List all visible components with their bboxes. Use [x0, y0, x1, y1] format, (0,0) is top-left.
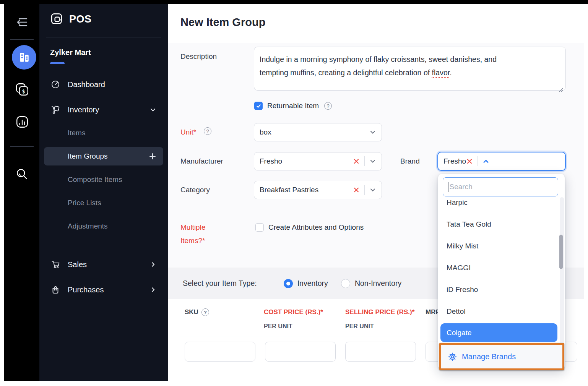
sidebar-item-sales[interactable]: Sales — [44, 255, 163, 274]
clear-icon[interactable] — [353, 187, 360, 193]
sidebar-item-adjustments[interactable]: Adjustments — [44, 217, 163, 235]
store-name-underline — [50, 62, 65, 64]
clear-icon[interactable] — [466, 158, 473, 165]
clear-icon[interactable] — [353, 158, 360, 165]
returnable-item-checkbox[interactable] — [254, 102, 263, 110]
multiple-items-label: Multiple — [180, 223, 205, 232]
brand-option-tata-tea-gold[interactable]: Tata Tea Gold — [438, 213, 560, 235]
selling-per-unit-label: PER UNIT — [345, 323, 374, 330]
icon-rail: $ — [4, 4, 39, 381]
help-icon[interactable]: ? — [201, 308, 209, 316]
sidebar-item-label: Inventory — [68, 105, 99, 114]
store-name: Zylker Mart — [50, 48, 91, 57]
divider — [478, 156, 478, 166]
sidebar-nav: POS Zylker Mart Dashboard Inventory — [39, 4, 168, 381]
collapse-sidebar-icon[interactable] — [15, 16, 28, 28]
sidebar-item-price-lists[interactable]: Price Lists — [44, 194, 163, 212]
inventory-radio[interactable] — [284, 279, 293, 288]
description-text: . — [450, 68, 452, 77]
sales-money-icon[interactable]: $ — [15, 82, 30, 97]
sidebar-item-composite-items[interactable]: Composite Items — [44, 170, 163, 189]
create-attributes-checkbox[interactable] — [255, 223, 264, 232]
page-title: New Item Group — [180, 16, 265, 29]
brand-dropdown-panel: Search Harpic Tata Tea Gold Milky Mist M… — [438, 174, 565, 369]
brand-option-dettol[interactable]: Dettol — [438, 300, 560, 322]
brand-option-harpic[interactable]: Harpic — [438, 197, 560, 213]
sidebar-item-label: Item Groups — [68, 152, 108, 161]
check-icon — [256, 104, 261, 109]
sku-header: SKU ? — [185, 308, 209, 316]
description-label: Description — [180, 52, 217, 61]
unit-select[interactable]: box — [254, 123, 382, 141]
spellcheck-word: flavor — [432, 68, 450, 77]
sidebar-item-label: Sales — [68, 260, 87, 269]
sidebar-item-label: Price Lists — [68, 199, 101, 207]
description-text: Indulge in a morning symphony of flaky c… — [260, 55, 497, 63]
sidebar-item-purchases[interactable]: Purchases — [44, 281, 163, 299]
unit-label: Unit* — [180, 128, 196, 136]
sku-header-label: SKU — [185, 308, 198, 316]
manufacturer-select[interactable]: Fresho — [254, 152, 382, 170]
reports-chart-icon[interactable] — [15, 114, 30, 130]
manage-brands-label: Manage Brands — [462, 352, 516, 361]
brand-select[interactable]: Fresho — [437, 152, 566, 171]
unit-value: box — [260, 128, 271, 136]
sidebar-item-inventory[interactable]: Inventory — [44, 101, 163, 119]
add-item-group-icon[interactable] — [149, 152, 156, 160]
manufacturer-label: Manufacturer — [180, 157, 223, 165]
dropdown-scrollbar-thumb[interactable] — [559, 235, 563, 269]
buildings-icon — [18, 51, 30, 63]
pos-logo-text: POS — [69, 13, 92, 25]
inventory-radio-label: Inventory — [297, 279, 328, 288]
top-black-bar — [0, 0, 588, 4]
help-icon[interactable]: ? — [204, 127, 211, 135]
sidebar-item-items[interactable]: Items — [44, 124, 163, 142]
cost-price-header: COST PRICE (RS.)* — [264, 308, 323, 316]
sidebar-item-label: Dashboard — [68, 80, 105, 89]
sidebar-item-item-groups[interactable]: Item Groups — [44, 147, 163, 165]
manufacturer-value: Fresho — [260, 157, 282, 165]
manage-brands-button[interactable]: Manage Brands — [438, 344, 565, 369]
brand-value: Fresho — [443, 157, 466, 165]
store-module-icon-active[interactable] — [12, 45, 36, 70]
brand-option-maggi[interactable]: MAGGI — [438, 257, 560, 279]
selling-price-input[interactable] — [345, 342, 416, 362]
description-textarea[interactable]: Indulge in a morning symphony of flaky c… — [254, 47, 566, 91]
brand-option-colgate-highlighted[interactable]: Colgate — [440, 323, 557, 342]
sku-input[interactable] — [185, 342, 255, 362]
cost-price-input[interactable] — [265, 342, 336, 362]
create-attributes-label: Create Attributes and Options — [268, 223, 364, 232]
inventory-dolly-icon — [51, 105, 60, 114]
category-value: Breakfast Pastries — [260, 186, 318, 194]
brand-list: Harpic Tata Tea Gold Milky Mist MAGGI iD… — [438, 197, 560, 344]
pos-logo-icon — [50, 12, 64, 26]
category-select[interactable]: Breakfast Pastries — [254, 181, 382, 199]
dropdown-scrollbar-track[interactable] — [560, 197, 564, 344]
selling-price-header: SELLING PRICE (RS.)* — [345, 308, 414, 316]
brand-search-input[interactable]: Search — [443, 177, 558, 196]
cost-per-unit-label: PER UNIT — [264, 323, 292, 330]
text-cursor — [448, 182, 448, 192]
sidebar-item-label: Items — [68, 129, 85, 137]
gear-icon — [448, 352, 457, 361]
brand-option-id-fresho[interactable]: iD Fresho — [438, 279, 560, 300]
sidebar-item-dashboard[interactable]: Dashboard — [44, 75, 163, 94]
dashboard-icon — [51, 80, 60, 89]
help-icon[interactable]: ? — [324, 102, 332, 110]
divider — [364, 156, 365, 166]
sidebar-item-label: Purchases — [68, 285, 104, 294]
pos-logo: POS — [50, 12, 92, 26]
bag-icon — [51, 285, 60, 294]
cart-icon — [51, 260, 60, 269]
sidebar-item-label: Adjustments — [68, 222, 108, 230]
search-placeholder: Search — [450, 183, 473, 191]
chevron-down-icon — [369, 187, 376, 193]
chevron-right-icon — [149, 286, 156, 293]
sidebar-item-label: Composite Items — [68, 175, 122, 184]
search-icon[interactable] — [15, 167, 30, 182]
chevron-up-icon — [482, 158, 489, 165]
app-window: $ — [0, 0, 588, 386]
brand-option-milky-mist[interactable]: Milky Mist — [438, 235, 560, 257]
non-inventory-radio[interactable] — [341, 279, 350, 288]
textarea-resize-handle[interactable] — [558, 83, 564, 88]
